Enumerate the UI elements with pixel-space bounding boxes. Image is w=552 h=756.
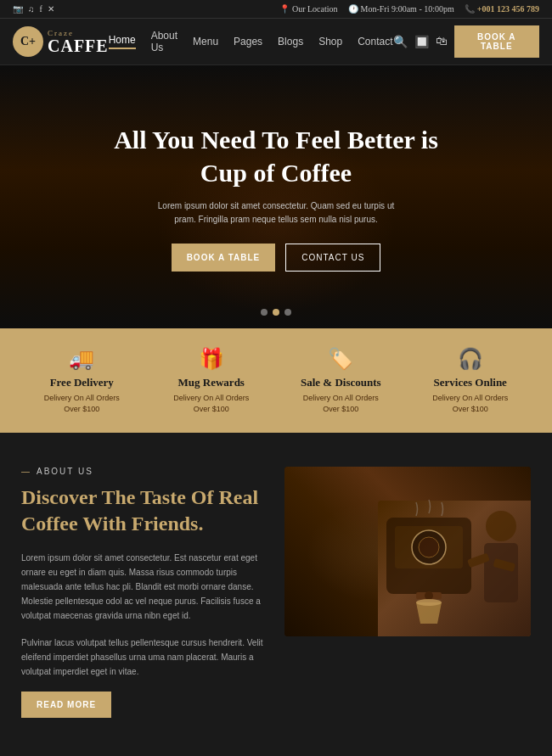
hero-subtitle: Lorem ipsum dolor sit amet consectetur. … — [149, 199, 403, 227]
about-text-2: Pulvinar lacus volutpat tellus pellentes… — [21, 636, 263, 679]
dot-1[interactable] — [261, 309, 268, 316]
feature-services-desc: Delivery On All OrdersOver $100 — [406, 393, 536, 414]
logo-icon-text: C+ — [20, 35, 36, 48]
features-bar: 🚚 Free Delivery Delivery On All OrdersOv… — [0, 328, 552, 433]
hero-buttons: BOOK A TABLE CONTACT US — [98, 244, 454, 272]
about-section: ABOUT US Discover The Taste Of Real Coff… — [0, 433, 552, 751]
about-title: Discover The Taste Of Real Coffee With F… — [21, 484, 263, 537]
about-tag: ABOUT US — [21, 467, 263, 476]
nav-contact[interactable]: Contact — [358, 36, 392, 48]
phone-info: 📞 +001 123 456 789 — [465, 4, 539, 14]
logo-text: Craze CAFFE — [48, 30, 109, 54]
logo[interactable]: C+ Craze CAFFE — [13, 26, 109, 57]
facebook-icon[interactable]: f — [40, 4, 42, 14]
hero-title: All You Need To Feel Better is Cup of Co… — [98, 123, 454, 189]
read-more-button[interactable]: READ MORE — [21, 692, 111, 718]
services-icon: 🎧 — [406, 347, 536, 371]
about-content: ABOUT US Discover The Taste Of Real Coff… — [21, 467, 263, 717]
rewards-icon: 🎁 — [147, 347, 277, 371]
hero-dots — [261, 309, 291, 316]
twitter-icon[interactable]: ✕ — [48, 4, 54, 14]
svg-point-3 — [419, 537, 439, 557]
feature-rewards-title: Mug Rewards — [147, 376, 277, 389]
social-icons-group: 📷 ♫ f ✕ — [13, 4, 54, 14]
about-title-part1: Discover The Taste Of Real — [21, 486, 258, 508]
location-text: Our Location — [292, 4, 338, 14]
svg-point-5 — [425, 591, 433, 600]
menu-section: OUR SPECIAL MENU Savor the Menu Selectio… — [0, 752, 552, 756]
about-image-container — [284, 467, 531, 636]
about-title-part2: Coffee With Friends. — [21, 512, 203, 535]
main-nav: Home About Us Menu Pages Blogs Shop Cont… — [109, 30, 393, 53]
top-bar-info: 📍 Our Location 🕐 Mon-Fri 9:00am - 10:00p… — [279, 4, 539, 14]
logo-caffe: CAFFE — [48, 37, 109, 54]
search-icon[interactable]: 🔍 — [393, 35, 408, 49]
nav-shop[interactable]: Shop — [318, 36, 342, 48]
feature-services-online: 🎧 Services Online Delivery On All Orders… — [406, 347, 536, 414]
svg-point-6 — [416, 599, 442, 606]
nav-blogs[interactable]: Blogs — [278, 36, 303, 48]
phone-icon: 📞 — [465, 4, 475, 14]
nav-menu[interactable]: Menu — [193, 36, 218, 48]
header: C+ Craze CAFFE Home About Us Menu Pages … — [0, 19, 552, 65]
clock-icon: 🕐 — [348, 4, 358, 14]
logo-icon: C+ — [13, 26, 43, 57]
hero-contact-button[interactable]: CONTACT US — [285, 244, 380, 272]
feature-sale-discounts: 🏷️ Sale & Discounts Delivery On All Orde… — [276, 347, 406, 414]
hours-info: 🕐 Mon-Fri 9:00am - 10:00pm — [348, 4, 454, 14]
about-text-1: Lorem ipsum dolor sit amet consectetur. … — [21, 551, 263, 623]
header-actions: 🔍 🔲 🛍 BOOK A TABLE — [393, 25, 539, 58]
location-info: 📍 Our Location — [279, 4, 338, 14]
hero-section: All You Need To Feel Better is Cup of Co… — [0, 65, 552, 328]
svg-rect-8 — [484, 543, 518, 602]
wishlist-icon[interactable]: 🔲 — [414, 35, 429, 49]
feature-delivery-desc: Delivery On All OrdersOver $100 — [17, 393, 147, 414]
delivery-icon: 🚚 — [17, 347, 147, 371]
svg-point-7 — [486, 511, 516, 541]
feature-services-title: Services Online — [406, 376, 536, 389]
feature-rewards-desc: Delivery On All OrdersOver $100 — [147, 393, 277, 414]
top-bar: 📷 ♫ f ✕ 📍 Our Location 🕐 Mon-Fri 9:00am … — [0, 0, 552, 19]
feature-discount-title: Sale & Discounts — [276, 376, 406, 389]
nav-home[interactable]: Home — [109, 34, 136, 49]
nav-about[interactable]: About Us — [151, 30, 177, 53]
feature-free-delivery: 🚚 Free Delivery Delivery On All OrdersOv… — [17, 347, 147, 414]
hours-text: Mon-Fri 9:00am - 10:00pm — [361, 4, 454, 14]
book-table-button[interactable]: BOOK A TABLE — [454, 25, 539, 58]
phone-text: +001 123 456 789 — [477, 4, 539, 14]
feature-mug-rewards: 🎁 Mug Rewards Delivery On All OrdersOver… — [147, 347, 277, 414]
tiktok-icon[interactable]: ♫ — [28, 4, 35, 14]
dot-3[interactable] — [284, 309, 291, 316]
about-image — [284, 467, 531, 636]
instagram-icon[interactable]: 📷 — [13, 4, 23, 14]
feature-delivery-title: Free Delivery — [17, 376, 147, 389]
hero-content: All You Need To Feel Better is Cup of Co… — [98, 123, 454, 272]
discount-icon: 🏷️ — [276, 347, 406, 371]
dot-2[interactable] — [273, 309, 279, 316]
hero-book-button[interactable]: BOOK A TABLE — [172, 244, 276, 272]
about-illustration — [284, 467, 531, 636]
nav-pages[interactable]: Pages — [234, 36, 262, 48]
cart-icon[interactable]: 🛍 — [436, 35, 448, 48]
location-icon: 📍 — [279, 4, 290, 14]
feature-discount-desc: Delivery On All OrdersOver $100 — [276, 393, 406, 414]
